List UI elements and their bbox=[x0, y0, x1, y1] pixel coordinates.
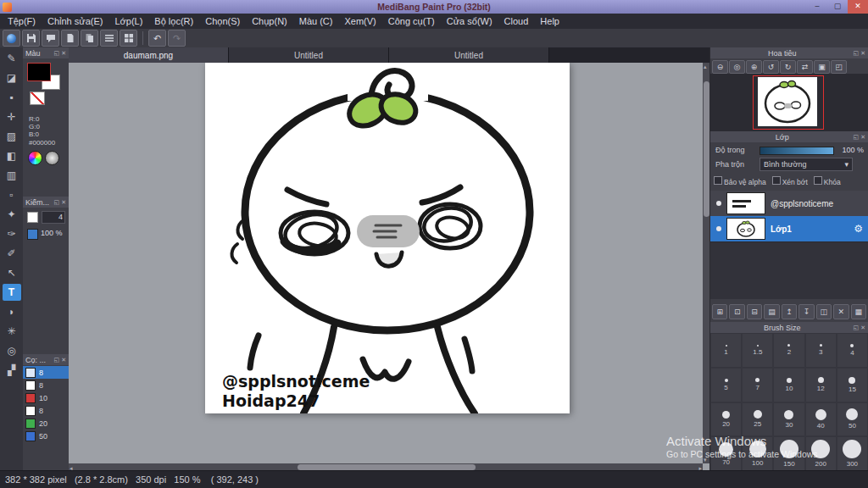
dot-tool-icon[interactable]: ▪ bbox=[3, 89, 21, 106]
duplicate-layer-button[interactable]: ⊡ bbox=[729, 304, 744, 319]
vertical-scroll-thumb[interactable] bbox=[704, 81, 709, 217]
menu-layer[interactable]: Lớp(L) bbox=[108, 14, 148, 29]
maximize-button[interactable]: ▢ bbox=[827, 0, 848, 14]
layer-row[interactable]: @spplsnoticeme bbox=[710, 191, 868, 217]
gradient-tool-icon[interactable]: ▥ bbox=[3, 167, 21, 184]
brush-size-option[interactable]: 70 bbox=[710, 436, 742, 471]
blend-mode-dropdown[interactable]: Bình thường ▾ bbox=[760, 158, 853, 171]
brush-list-item[interactable]: 8 bbox=[23, 366, 69, 379]
brush-list-item[interactable]: 8 bbox=[23, 379, 69, 391]
magic-wand-tool-icon[interactable]: ✦ bbox=[3, 206, 21, 223]
grid-view-button[interactable] bbox=[120, 30, 137, 47]
grayscale-wheel-icon[interactable] bbox=[45, 151, 59, 165]
layer-settings-icon[interactable]: ⚙ bbox=[854, 223, 863, 235]
brush-size-option[interactable]: 4 bbox=[837, 333, 868, 368]
brush-size-option[interactable]: 1 bbox=[710, 333, 742, 368]
zoom-tool-icon[interactable]: ◎ bbox=[3, 342, 21, 359]
layer-visibility-icon[interactable] bbox=[716, 226, 721, 231]
brush-size-option[interactable]: 30 bbox=[773, 402, 804, 437]
redo-button[interactable]: ↷ bbox=[168, 30, 186, 47]
pages-button[interactable] bbox=[81, 30, 98, 47]
clear-layer-button[interactable]: ◫ bbox=[816, 304, 832, 319]
menu-file[interactable]: Tệp(F) bbox=[2, 14, 42, 29]
horizontal-scroll-thumb[interactable] bbox=[298, 464, 476, 470]
hand-tool-icon[interactable]: ✳ bbox=[3, 323, 21, 340]
drawing-canvas[interactable]: @spplsnoticeme Hoidap247 bbox=[205, 63, 570, 413]
minimize-button[interactable]: – bbox=[807, 0, 827, 14]
lock-checkbox[interactable]: Khóa bbox=[814, 176, 841, 186]
new-document-button[interactable] bbox=[61, 30, 79, 47]
brush-size-option[interactable]: 15 bbox=[837, 368, 868, 402]
brush-size-option[interactable]: 25 bbox=[742, 402, 773, 437]
divide-tool-icon[interactable]: ▞ bbox=[3, 362, 21, 379]
brush-size-option[interactable]: 12 bbox=[805, 368, 837, 402]
document-tab[interactable]: Untitled bbox=[389, 47, 549, 63]
list-view-button[interactable] bbox=[100, 30, 118, 47]
select-eraser-tool-icon[interactable]: ✐ bbox=[3, 245, 21, 262]
color-wheel-icon[interactable] bbox=[28, 151, 42, 165]
brush-opacity-swatch[interactable] bbox=[27, 229, 38, 240]
menu-view[interactable]: Xem(V) bbox=[338, 14, 381, 29]
brush-list-item[interactable]: 10 bbox=[23, 391, 69, 404]
panel-float-icon[interactable]: ◱ bbox=[854, 50, 860, 57]
reset-view-button[interactable]: ◰ bbox=[831, 60, 847, 74]
move-tool-icon[interactable]: ✛ bbox=[3, 108, 21, 125]
panel-close-icon[interactable]: ✕ bbox=[860, 134, 865, 141]
fill-tool-icon[interactable]: ▨ bbox=[3, 128, 21, 145]
panel-close-icon[interactable]: ✕ bbox=[61, 50, 66, 57]
zoom-100-button[interactable]: ◎ bbox=[729, 60, 745, 74]
menu-edit[interactable]: Chỉnh sửa(E) bbox=[42, 14, 108, 29]
brush-size-option[interactable]: 200 bbox=[805, 436, 837, 471]
move-layer-down-button[interactable]: ↧ bbox=[798, 304, 814, 319]
save-button[interactable] bbox=[22, 30, 40, 47]
menu-filter[interactable]: Bộ lọc(R) bbox=[148, 14, 199, 29]
rotate-right-button[interactable]: ↻ bbox=[780, 60, 796, 74]
layer-settings-button[interactable]: ▦ bbox=[851, 304, 866, 319]
document-tab[interactable]: Untitled bbox=[229, 47, 389, 63]
brush-size-option[interactable]: 10 bbox=[773, 368, 804, 402]
panel-float-icon[interactable]: ◱ bbox=[54, 357, 60, 363]
transparent-color-swatch[interactable] bbox=[30, 92, 45, 105]
brush-size-option[interactable]: 40 bbox=[805, 402, 837, 437]
brush-size-option[interactable]: 7 bbox=[742, 368, 773, 402]
new-layer-button[interactable]: ⊞ bbox=[712, 304, 727, 319]
bucket-tool-icon[interactable]: ◧ bbox=[3, 147, 21, 164]
document-tab[interactable]: daumam.png bbox=[69, 47, 229, 63]
text-tool-icon[interactable]: T bbox=[3, 284, 21, 301]
chat-button[interactable] bbox=[42, 30, 59, 47]
brush-tool-icon[interactable]: ✎ bbox=[3, 50, 21, 67]
menu-capture[interactable]: Chụp(N) bbox=[246, 14, 293, 29]
brush-size-option[interactable]: 100 bbox=[742, 436, 773, 471]
menu-window[interactable]: Cửa sổ(W) bbox=[441, 14, 498, 29]
menu-color[interactable]: Màu (C) bbox=[293, 14, 339, 29]
panel-close-icon[interactable]: ✕ bbox=[860, 324, 865, 331]
layer-row[interactable]: Lớp1 ⚙ bbox=[710, 216, 868, 242]
undo-button[interactable]: ↶ bbox=[148, 30, 166, 47]
brush-color-button[interactable] bbox=[3, 30, 20, 47]
foreground-color-swatch[interactable] bbox=[27, 63, 51, 81]
menu-select[interactable]: Chọn(S) bbox=[199, 14, 246, 29]
brush-size-swatch[interactable] bbox=[27, 212, 38, 223]
brush-size-option[interactable]: 20 bbox=[710, 402, 742, 437]
layer-folder-button[interactable]: ▤ bbox=[764, 304, 779, 319]
brush-list-item[interactable]: 8 bbox=[23, 404, 69, 417]
merge-layer-button[interactable]: ⊟ bbox=[747, 304, 762, 319]
brush-size-option[interactable]: 300 bbox=[837, 436, 868, 471]
select-pen-tool-icon[interactable]: ✑ bbox=[3, 225, 21, 242]
opacity-slider[interactable] bbox=[760, 147, 834, 155]
scroll-down-icon[interactable]: ▾ bbox=[704, 456, 707, 463]
delete-layer-button[interactable]: ✕ bbox=[833, 304, 849, 319]
move-layer-up-button[interactable]: ↥ bbox=[782, 304, 797, 319]
brush-size-option[interactable]: 150 bbox=[773, 436, 804, 471]
panel-close-icon[interactable]: ✕ bbox=[61, 357, 66, 363]
brush-size-option[interactable]: 50 bbox=[837, 402, 868, 437]
layer-visibility-icon[interactable] bbox=[716, 201, 721, 206]
protect-alpha-checkbox[interactable]: Bảo vệ alpha bbox=[714, 176, 766, 186]
menu-tools[interactable]: Công cụ(T) bbox=[382, 14, 441, 29]
brush-size-option[interactable]: 5 bbox=[710, 368, 742, 402]
rotate-left-button[interactable]: ↺ bbox=[763, 60, 779, 74]
brush-size-option[interactable]: 3 bbox=[805, 333, 837, 368]
panel-float-icon[interactable]: ◱ bbox=[54, 50, 60, 57]
zoom-out-button[interactable]: ⊖ bbox=[712, 60, 728, 74]
canvas-viewport[interactable]: @spplsnoticeme Hoidap247 bbox=[69, 63, 703, 463]
